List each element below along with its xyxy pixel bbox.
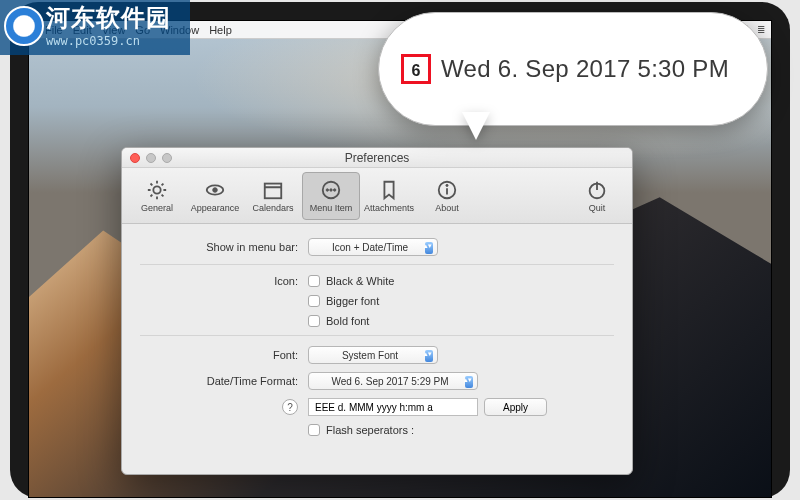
eye-icon	[204, 179, 226, 201]
preferences-toolbar: General Appearance Calendars Menu Item A…	[122, 168, 632, 224]
svg-point-11	[446, 184, 448, 186]
tab-about-label: About	[435, 203, 459, 213]
font-value: System Font	[342, 350, 398, 361]
bookmark-icon	[378, 179, 400, 201]
tab-calendars-label: Calendars	[252, 203, 293, 213]
menubar-calendar-icon[interactable]	[598, 25, 608, 35]
desktop: File Edit View Go Window Help ⏚ ▭ 🔈 Wed …	[28, 20, 772, 498]
datetime-format-popup[interactable]: Wed 6. Sep 2017 5:29 PM ▴▾	[308, 372, 478, 390]
checkbox-bigger-font-label: Bigger font	[326, 295, 379, 307]
tab-general-label: General	[141, 203, 173, 213]
quit-label: Quit	[589, 203, 606, 213]
quit-button[interactable]: Quit	[568, 172, 626, 220]
volume-icon[interactable]: 🔈	[578, 24, 590, 35]
show-mode-value: Icon + Date/Time	[332, 242, 408, 253]
power-icon	[586, 179, 608, 201]
window-titlebar[interactable]: Preferences	[122, 148, 632, 168]
datetime-format-value: Wed 6. Sep 2017 5:29 PM	[331, 376, 448, 387]
separator	[140, 264, 614, 265]
tab-menu-item[interactable]: Menu Item	[302, 172, 360, 220]
show-mode-popup[interactable]: Icon + Date/Time ▴▾	[308, 238, 438, 256]
tab-attachments-label: Attachments	[364, 203, 414, 213]
tab-attachments[interactable]: Attachments	[360, 172, 418, 220]
siri-icon[interactable]: ≣	[757, 24, 765, 35]
label-date-time-format: Date/Time Format:	[140, 375, 308, 387]
svg-rect-3	[265, 183, 282, 198]
font-popup[interactable]: System Font ▴▾	[308, 346, 438, 364]
checkbox-black-white[interactable]	[308, 275, 320, 287]
checkbox-flash-separators[interactable]	[308, 424, 320, 436]
tab-calendars[interactable]: Calendars	[244, 172, 302, 220]
svg-point-2	[213, 187, 218, 192]
checkbox-bigger-font[interactable]	[308, 295, 320, 307]
apply-button[interactable]: Apply	[484, 398, 547, 416]
calendar-icon	[262, 179, 284, 201]
svg-point-0	[153, 186, 160, 193]
label-show-in-menubar: Show in menu bar:	[140, 241, 308, 253]
svg-point-8	[333, 188, 335, 190]
tab-appearance[interactable]: Appearance	[186, 172, 244, 220]
svg-point-6	[326, 188, 328, 190]
svg-point-7	[330, 188, 332, 190]
gear-icon	[146, 179, 168, 201]
menu-help[interactable]: Help	[209, 24, 232, 36]
spotlight-icon[interactable]: Q	[741, 24, 749, 35]
ellipsis-icon	[320, 179, 342, 201]
tab-appearance-label: Appearance	[191, 203, 240, 213]
watermark-overlay: 河东软件园 www.pc0359.cn	[0, 0, 190, 55]
menubar-datetime[interactable]: Wed 6. Sep 2017 5:30 PM	[616, 24, 733, 35]
window-title: Preferences	[122, 151, 632, 165]
label-icon: Icon:	[140, 275, 308, 287]
watermark-logo-icon	[4, 6, 44, 46]
battery-icon[interactable]: ▭	[561, 24, 570, 35]
checkbox-black-white-label: Black & White	[326, 275, 394, 287]
checkbox-flash-separators-label: Flash seperators :	[326, 424, 414, 436]
preferences-window: Preferences General Appearance Calendars	[121, 147, 633, 475]
menubar-status-area: ⏚ ▭ 🔈 Wed 6. Sep 2017 5:30 PM Q ≣	[547, 24, 765, 35]
device-frame: File Edit View Go Window Help ⏚ ▭ 🔈 Wed …	[10, 2, 790, 498]
separator	[140, 335, 614, 336]
tab-general[interactable]: General	[128, 172, 186, 220]
info-icon	[436, 179, 458, 201]
checkbox-bold-font-label: Bold font	[326, 315, 369, 327]
format-string-input[interactable]	[308, 398, 478, 416]
label-font: Font:	[140, 349, 308, 361]
tab-about[interactable]: About	[418, 172, 476, 220]
preferences-body: Show in menu bar: Icon + Date/Time ▴▾ Ic…	[122, 224, 632, 454]
help-button[interactable]: ?	[282, 399, 298, 415]
tab-menu-item-label: Menu Item	[310, 203, 353, 213]
checkbox-bold-font[interactable]	[308, 315, 320, 327]
wifi-icon[interactable]: ⏚	[547, 24, 553, 35]
